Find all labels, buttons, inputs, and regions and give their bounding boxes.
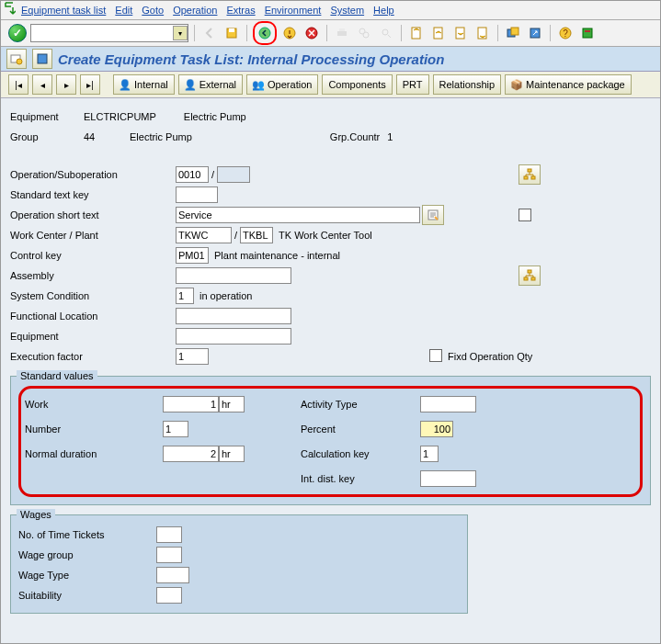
- work-unit-input[interactable]: [219, 396, 245, 412]
- time-tickets-input[interactable]: [156, 526, 182, 543]
- display-icon[interactable]: [32, 49, 52, 69]
- menu-extras[interactable]: Extras: [226, 5, 255, 16]
- equipment-label: Equipment: [10, 111, 84, 122]
- menu-help[interactable]: Help: [373, 5, 394, 16]
- normal-duration-input[interactable]: [163, 446, 219, 462]
- content-area: Equipment ELCTRICPUMP Electric Pump Grou…: [1, 98, 660, 644]
- tab-external[interactable]: 👤External: [178, 74, 243, 95]
- control-key-input[interactable]: [176, 247, 209, 264]
- structure-icon[interactable]: [519, 266, 541, 286]
- percent-input[interactable]: [420, 421, 453, 437]
- page-down-icon[interactable]: [451, 24, 470, 42]
- new-session-icon[interactable]: [504, 24, 522, 42]
- assembly-input[interactable]: [176, 267, 291, 284]
- menu-equipment-task-list[interactable]: Equipment task list: [21, 5, 106, 16]
- suboperation-input[interactable]: [217, 166, 250, 183]
- system-condition-input[interactable]: [176, 288, 194, 304]
- separator: [194, 25, 195, 41]
- tab-internal[interactable]: 👤Internal: [113, 74, 175, 95]
- assembly-label: Assembly: [10, 270, 176, 281]
- normal-duration-label: Normal duration: [25, 448, 163, 459]
- functional-location-input[interactable]: [176, 308, 291, 324]
- standard-text-key-label: Standard text key: [10, 189, 176, 200]
- functional-location-label: Functional Location: [10, 311, 176, 322]
- sap-window: Equipment task list Edit Goto Operation …: [0, 0, 661, 644]
- operation-suboperation-label: Operation/Suboperation: [10, 169, 176, 180]
- calculation-key-label: Calculation key: [301, 448, 420, 459]
- calculation-key-input[interactable]: [420, 446, 439, 462]
- number-label: Number: [25, 424, 163, 435]
- equipment-value: ELCTRICPUMP: [84, 111, 156, 122]
- number-input[interactable]: [163, 421, 188, 437]
- work-label: Work: [25, 399, 163, 410]
- suitability-input[interactable]: [156, 587, 182, 604]
- percent-label: Percent: [301, 424, 420, 435]
- nav-prev-icon[interactable]: ◂: [32, 74, 52, 95]
- layout-icon[interactable]: [578, 24, 597, 42]
- save-icon[interactable]: [222, 24, 241, 42]
- tab-maintenance-package[interactable]: 📦Maintenance package: [505, 74, 632, 95]
- standard-values-group: Standard values Work Number: [10, 376, 651, 505]
- operation-short-text-label: Operation short text: [10, 209, 176, 220]
- application-toolbar: |◂ ◂ ▸ ▸| 👤Internal 👤External 👥Operation…: [1, 72, 660, 98]
- svg-rect-28: [528, 270, 531, 273]
- exit-icon[interactable]: [280, 24, 299, 42]
- page-title: Create Equipment Task List: Internal Pro…: [58, 51, 444, 67]
- menu-system[interactable]: System: [330, 5, 364, 16]
- command-field[interactable]: ▾: [30, 24, 188, 42]
- separator: [550, 25, 551, 41]
- int-dist-key-input[interactable]: [420, 470, 476, 487]
- work-input[interactable]: [163, 396, 219, 412]
- tab-operation[interactable]: 👥Operation: [246, 74, 318, 95]
- menu-operation[interactable]: Operation: [173, 5, 217, 16]
- last-page-icon[interactable]: [473, 24, 492, 42]
- menu-environment[interactable]: Environment: [265, 5, 322, 16]
- wage-group-input[interactable]: [156, 547, 182, 563]
- tab-components[interactable]: Components: [322, 74, 392, 95]
- tab-relationship[interactable]: Relationship: [433, 74, 502, 95]
- nav-last-icon[interactable]: ▸|: [80, 74, 100, 95]
- standard-text-key-input[interactable]: [176, 186, 218, 203]
- svg-point-22: [17, 59, 22, 64]
- execution-factor-input[interactable]: [176, 348, 209, 365]
- group-value: 44: [84, 131, 111, 142]
- page-up-icon[interactable]: [429, 24, 448, 42]
- menu-goto[interactable]: Goto: [142, 5, 164, 16]
- hierarchy-icon[interactable]: [519, 164, 541, 185]
- separator: [246, 25, 247, 41]
- package-icon: 📦: [511, 79, 522, 90]
- svg-rect-1: [229, 28, 234, 32]
- control-key-label: Control key: [10, 250, 176, 261]
- nav-first-icon[interactable]: |◂: [8, 74, 28, 95]
- cancel-icon[interactable]: [302, 24, 321, 42]
- plant-input[interactable]: [240, 227, 273, 243]
- object-icon[interactable]: [6, 49, 27, 69]
- operation-form: Operation/Suboperation / Standard text k…: [10, 164, 651, 367]
- nav-next-icon[interactable]: ▸: [56, 74, 76, 95]
- svg-rect-19: [583, 28, 592, 38]
- work-center-input[interactable]: [176, 227, 232, 243]
- prev-icon[interactable]: [200, 24, 219, 42]
- equipment-field-input[interactable]: [176, 328, 291, 345]
- first-page-icon[interactable]: [407, 24, 426, 42]
- fixd-operation-qty-checkbox[interactable]: [429, 349, 442, 362]
- wage-type-input[interactable]: [156, 567, 189, 583]
- dropdown-icon[interactable]: ▾: [173, 26, 188, 40]
- standard-toolbar: ✓ ▾ ?: [1, 20, 660, 47]
- checkbox[interactable]: [519, 209, 531, 221]
- grpcountr-label: Grp.Countr: [330, 131, 380, 142]
- activity-type-label: Activity Type: [301, 399, 420, 410]
- activity-type-input[interactable]: [420, 396, 476, 412]
- long-text-icon[interactable]: [422, 205, 444, 225]
- enter-icon[interactable]: ✓: [8, 24, 27, 42]
- operation-input[interactable]: [176, 166, 209, 183]
- grpcountr-value: 1: [387, 131, 393, 142]
- find-next-icon: [377, 24, 395, 42]
- operation-short-text-input[interactable]: [176, 207, 420, 223]
- help-icon[interactable]: ?: [556, 24, 575, 42]
- shortcut-icon[interactable]: [526, 24, 544, 42]
- menu-edit[interactable]: Edit: [115, 5, 132, 16]
- back-icon[interactable]: [253, 21, 277, 45]
- normal-duration-unit-input[interactable]: [219, 446, 245, 462]
- tab-prt[interactable]: PRT: [396, 74, 429, 95]
